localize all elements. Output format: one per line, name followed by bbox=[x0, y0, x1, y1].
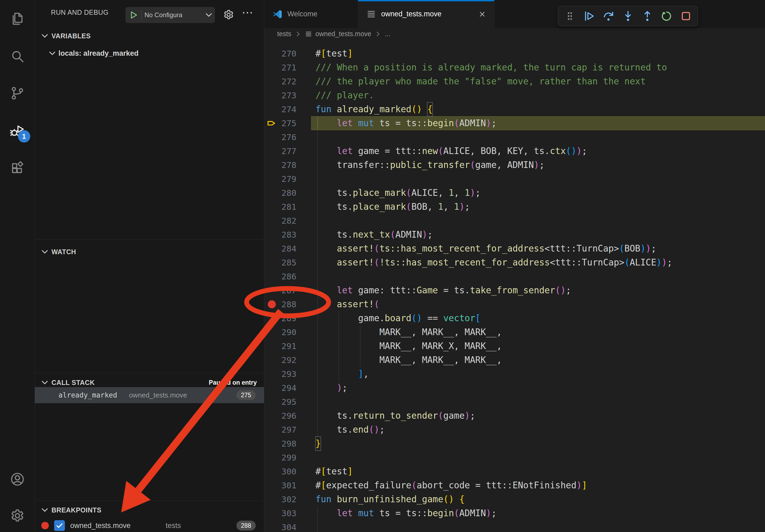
code-line-282[interactable]: 282 bbox=[264, 214, 765, 228]
code-line-304[interactable]: 304 bbox=[264, 520, 765, 532]
restart-button[interactable] bbox=[659, 9, 674, 24]
tab-owned-tests-move[interactable]: owned_tests.move bbox=[358, 0, 494, 28]
gutter[interactable] bbox=[264, 256, 279, 269]
gutter[interactable] bbox=[264, 311, 279, 325]
code-line-300[interactable]: 300#[test] bbox=[264, 464, 765, 478]
gutter[interactable] bbox=[264, 409, 279, 423]
gutter[interactable] bbox=[264, 130, 279, 144]
run-and-debug-button[interactable]: 1 bbox=[8, 121, 27, 140]
gutter[interactable] bbox=[264, 353, 279, 367]
gutter[interactable] bbox=[264, 102, 279, 116]
explorer-button[interactable] bbox=[8, 9, 27, 28]
gutter[interactable] bbox=[264, 228, 279, 242]
gutter[interactable] bbox=[264, 450, 279, 464]
close-icon[interactable] bbox=[478, 10, 486, 18]
gutter[interactable] bbox=[264, 75, 279, 89]
variables-locals-row[interactable]: locals: already_marked bbox=[35, 46, 264, 61]
gutter[interactable] bbox=[264, 506, 279, 520]
code-line-303[interactable]: 303 let mut ts = ts::begin(ADMIN); bbox=[264, 506, 765, 520]
code-line-292[interactable]: 292 MARK__, MARK__, MARK__, bbox=[264, 353, 765, 367]
gutter[interactable] bbox=[264, 325, 279, 339]
gutter[interactable] bbox=[264, 367, 279, 381]
gutter[interactable] bbox=[264, 172, 279, 186]
search-button[interactable] bbox=[8, 47, 27, 66]
code-line-293[interactable]: 293 ], bbox=[264, 367, 765, 381]
code-line-271[interactable]: 271/// When a position is already marked… bbox=[264, 61, 765, 75]
code-line-273[interactable]: 273/// player. bbox=[264, 89, 765, 102]
gutter[interactable] bbox=[264, 242, 279, 256]
code-line-283[interactable]: 283 ts.next_tx(ADMIN); bbox=[264, 228, 765, 242]
more-actions-icon[interactable]: ⋯ bbox=[242, 0, 254, 25]
gutter[interactable] bbox=[264, 214, 279, 228]
tab-welcome[interactable]: Welcome bbox=[264, 0, 358, 28]
section-breakpoints[interactable]: BREAKPOINTS bbox=[35, 504, 264, 516]
continue-button[interactable] bbox=[582, 9, 597, 24]
source-control-button[interactable] bbox=[8, 84, 27, 103]
debug-gear-icon[interactable] bbox=[220, 6, 237, 23]
gutter[interactable] bbox=[264, 186, 279, 200]
accounts-button[interactable] bbox=[8, 470, 27, 489]
gutter[interactable] bbox=[264, 381, 279, 395]
code-line-298[interactable]: 298} bbox=[264, 437, 765, 450]
gutter[interactable] bbox=[264, 144, 279, 158]
code-line-290[interactable]: 290 MARK__, MARK__, MARK__, bbox=[264, 325, 765, 339]
call-stack-frame[interactable]: already_marked owned_tests.move 275 bbox=[35, 387, 264, 403]
current-line-gutter[interactable] bbox=[264, 116, 279, 130]
code-line-284[interactable]: 284 assert!(ts::has_most_recent_for_addr… bbox=[264, 242, 765, 256]
section-watch[interactable]: WATCH bbox=[35, 245, 264, 258]
settings-button[interactable] bbox=[8, 506, 27, 525]
breadcrumb-item[interactable]: owned_tests.move bbox=[316, 30, 371, 38]
gutter[interactable] bbox=[264, 47, 279, 61]
step-over-button[interactable] bbox=[601, 9, 616, 24]
code-line-280[interactable]: 280 ts.place_mark(ALICE, 1, 1); bbox=[264, 186, 765, 200]
code-line-289[interactable]: 289 game.board() == vector[ bbox=[264, 311, 765, 325]
code-line-299[interactable]: 299 bbox=[264, 450, 765, 464]
breakpoint-item[interactable]: owned_tests.move tests 288 bbox=[35, 519, 264, 532]
code-line-291[interactable]: 291 MARK__, MARK_X, MARK__, bbox=[264, 339, 765, 353]
code-line-285[interactable]: 285 assert!(!ts::has_most_recent_for_add… bbox=[264, 256, 765, 269]
code-line-279[interactable]: 279 bbox=[264, 172, 765, 186]
debug-config-dropdown[interactable]: No Configura bbox=[125, 7, 215, 23]
code-line-278[interactable]: 278 transfer::public_transfer(game, ADMI… bbox=[264, 158, 765, 172]
code-line-297[interactable]: 297 ts.end(); bbox=[264, 423, 765, 437]
breakpoint-checkbox[interactable] bbox=[54, 520, 65, 531]
section-variables[interactable]: VARIABLES bbox=[35, 30, 264, 42]
code-line-301[interactable]: 301#[expected_failure(abort_code = ttt::… bbox=[264, 478, 765, 492]
gutter[interactable] bbox=[264, 520, 279, 532]
code-line-294[interactable]: 294 ); bbox=[264, 381, 765, 395]
gutter[interactable] bbox=[264, 200, 279, 214]
drag-handle-icon[interactable] bbox=[562, 9, 577, 24]
breadcrumb-item[interactable]: tests bbox=[277, 30, 291, 38]
code-line-286[interactable]: 286 bbox=[264, 269, 765, 283]
start-debugging-icon[interactable] bbox=[129, 10, 138, 20]
gutter[interactable] bbox=[264, 423, 279, 437]
extensions-button[interactable] bbox=[8, 158, 27, 177]
code-line-270[interactable]: 270#[test] bbox=[264, 47, 765, 61]
stop-button[interactable] bbox=[678, 9, 693, 24]
breadcrumb[interactable]: testsowned_tests.move... bbox=[264, 28, 765, 40]
code-line-274[interactable]: 274fun already_marked() { bbox=[264, 102, 765, 116]
code-line-281[interactable]: 281 ts.place_mark(BOB, 1, 1); bbox=[264, 200, 765, 214]
code-line-277[interactable]: 277 let game = ttt::new(ALICE, BOB, KEY,… bbox=[264, 144, 765, 158]
gutter[interactable] bbox=[264, 89, 279, 102]
code-line-302[interactable]: 302fun burn_unfinished_game() { bbox=[264, 492, 765, 506]
code-line-296[interactable]: 296 ts.return_to_sender(game); bbox=[264, 409, 765, 423]
gutter[interactable] bbox=[264, 269, 279, 283]
breadcrumb-item[interactable]: ... bbox=[384, 30, 390, 38]
code-line-276[interactable]: 276 bbox=[264, 130, 765, 144]
step-into-button[interactable] bbox=[620, 9, 635, 24]
gutter[interactable] bbox=[264, 437, 279, 450]
gutter[interactable] bbox=[264, 339, 279, 353]
gutter[interactable] bbox=[264, 395, 279, 409]
gutter[interactable] bbox=[264, 61, 279, 75]
code-line-295[interactable]: 295 bbox=[264, 395, 765, 409]
code-line-275[interactable]: 275 let mut ts = ts::begin(ADMIN); bbox=[264, 116, 765, 130]
code-editor[interactable]: 270#[test]271/// When a position is alre… bbox=[264, 40, 765, 532]
code-line-287[interactable]: 287 let game: ttt::Game = ts.take_from_s… bbox=[264, 283, 765, 297]
breakpoint-gutter[interactable] bbox=[264, 297, 279, 311]
gutter[interactable] bbox=[264, 464, 279, 478]
code-line-288[interactable]: 288 assert!( bbox=[264, 297, 765, 311]
gutter[interactable] bbox=[264, 478, 279, 492]
step-out-button[interactable] bbox=[640, 9, 655, 24]
gutter[interactable] bbox=[264, 158, 279, 172]
